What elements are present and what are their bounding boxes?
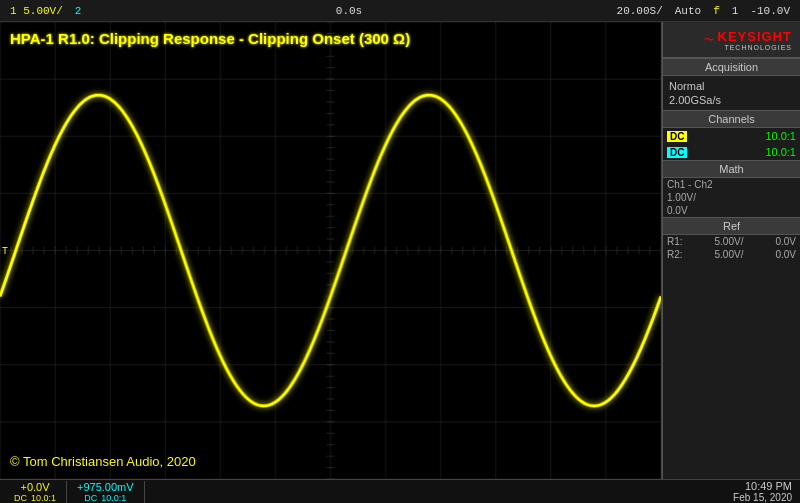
ch2-indicator: 2 [69,5,88,17]
ch1-scale: 1 5.00V/ [4,5,69,17]
acquisition-header: Acquisition [663,58,800,76]
ch2-row: DC 10.0:1 [663,144,800,160]
ch2-bottom: +975.00mV DC 10.0:1 [67,481,145,503]
r1-row: R1: 5.00V/ 0.0V [663,235,800,248]
r1-scale: 5.00V/ [715,236,744,247]
math-offset-row: 0.0V [663,204,800,217]
main-area: HPA-1 R1.0: Clipping Response - Clipping… [0,22,800,479]
acquisition-mode-row: Normal [669,79,794,93]
math-formula-row: Ch1 - Ch2 [663,178,800,191]
channels-header: Channels [663,110,800,128]
ch1-bottom-sub2: 10.0:1 [31,493,56,503]
scope-title: HPA-1 R1.0: Clipping Response - Clipping… [10,30,410,47]
math-scale: 1.00V/ [667,192,696,203]
bottom-time: 10:49 PM Feb 15, 2020 [733,480,796,503]
r2-row: R2: 5.00V/ 0.0V [663,248,800,261]
math-header: Math [663,160,800,178]
ch2-bottom-sub2: 10.0:1 [101,493,126,503]
keysight-sub: TECHNOLOGIES [724,44,792,51]
r2-scale: 5.00V/ [715,249,744,260]
acquisition-rate: 2.00GSa/s [669,94,721,106]
bottom-bar: +0.0V DC 10.0:1 +975.00mV DC 10.0:1 10:4… [0,479,800,503]
r1-offset: 0.0V [775,236,796,247]
ch1-label: DC [667,131,687,142]
acquisition-rate-row: 2.00GSa/s [669,93,794,107]
keysight-logo: KEYSIGHT TECHNOLOGIES [718,29,792,51]
ch2-label: DC [667,147,687,158]
copyright-text: © Tom Christiansen Audio, 2020 [10,454,196,469]
top-bar: 1 5.00V/ 2 0.0s 20.00S/ Auto f 1 -10.0V [0,0,800,22]
ch2-bottom-sub: DC 10.0:1 [84,493,126,503]
scope-display: HPA-1 R1.0: Clipping Response - Clipping… [0,22,662,479]
time-display: 10:49 PM [745,480,792,492]
right-panel: 〜 KEYSIGHT TECHNOLOGIES Acquisition Norm… [662,22,800,479]
ch1-value: 10.0:1 [691,130,796,142]
trigger-ch: 1 [726,5,745,17]
keysight-wave-icon: 〜 [704,33,714,47]
logo-area: 〜 KEYSIGHT TECHNOLOGIES [663,22,800,58]
trigger-icon: f [707,5,726,17]
ref-header: Ref [663,217,800,235]
time-scale: 20.00S/ [611,5,669,17]
r2-offset: 0.0V [775,249,796,260]
ch1-bottom-sub: DC 10.0:1 [14,493,56,503]
math-offset: 0.0V [667,205,688,216]
trigger-marker: T [2,245,8,256]
acquisition-content: Normal 2.00GSa/s [663,76,800,110]
trigger-level: -10.0V [744,5,796,17]
ch2-bottom-val: +975.00mV [77,481,134,493]
r1-label: R1: [667,236,683,247]
ch1-bottom-sub1: DC [14,493,27,503]
ch2-bottom-sub1: DC [84,493,97,503]
trigger-mode: Auto [669,5,707,17]
date-display: Feb 15, 2020 [733,492,792,503]
math-formula: Ch1 - Ch2 [667,179,713,190]
time-offset: 0.0s [330,5,368,17]
waveform-canvas [0,22,661,479]
ch2-value: 10.0:1 [691,146,796,158]
keysight-name: KEYSIGHT [718,29,792,44]
ch1-bottom: +0.0V DC 10.0:1 [4,481,67,503]
math-scale-row: 1.00V/ [663,191,800,204]
ch1-row: DC 10.0:1 [663,128,800,144]
r2-label: R2: [667,249,683,260]
acquisition-mode: Normal [669,80,704,92]
ch1-bottom-val: +0.0V [20,481,49,493]
